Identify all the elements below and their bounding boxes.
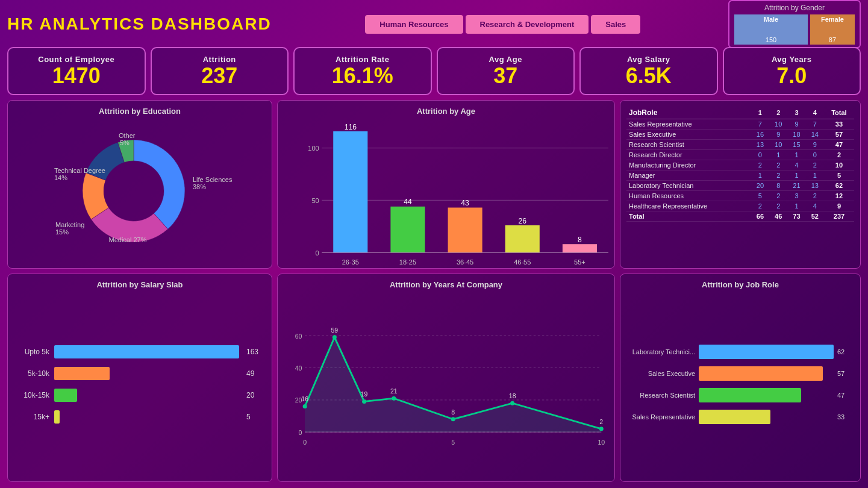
salary-bar-chart: Upto 5k 163 5k-10k 49 10k-15k 20 15k+ 5 [14, 293, 266, 475]
svg-text:60: 60 [295, 333, 302, 340]
gender-bars: Male 150 Female 87 [734, 14, 855, 45]
jobrole-bar-fill-0 [699, 345, 834, 359]
jobrole-table-row: Sales Executive169181457 [626, 130, 854, 140]
jobrole-value-cell: 2 [769, 201, 787, 211]
jobrole-value-cell: 2 [769, 191, 787, 201]
salary-fill-3 [54, 410, 60, 424]
svg-text:8: 8 [451, 408, 455, 416]
salary-label-2: 10k-15k [16, 391, 49, 399]
age-bar [563, 244, 597, 252]
donut-svg: Life Sciences 38% Medical 27% Marketing … [49, 125, 230, 257]
jobrole-value-cell: 15 [787, 140, 805, 150]
kpi-value-1: 237 [201, 64, 237, 88]
jobrole-bar-row-3: Sales Representative 33 [629, 410, 852, 424]
svg-text:50: 50 [311, 197, 319, 204]
attrition-by-gender-panel: Attrition by Gender Male 150 Female 87 [728, 0, 861, 48]
jobrole-value-cell: 10 [769, 119, 787, 130]
kpi-card-1: Attrition237 [151, 47, 289, 95]
salary-value-3: 5 [246, 413, 263, 421]
kpi-card-5: Avg Years7.0 [723, 47, 861, 95]
age-bar-chart-svg: 05010011626-354418-254336-452646-55855+ [302, 119, 608, 268]
svg-text:19: 19 [361, 390, 368, 398]
jobrole-value-cell: 21 [787, 181, 805, 191]
jobrole-value-cell: 1 [751, 170, 769, 181]
jobrole-value-cell: 0 [751, 150, 769, 160]
svg-text:46-55: 46-55 [514, 258, 531, 266]
kpi-card-0: Count of Employee1470 [7, 47, 146, 95]
jobrole-value-cell: 18 [787, 130, 805, 140]
jobrole-bar-panel: Attrition by Job Role Laboratory Technic… [620, 274, 861, 482]
salary-track-1 [54, 367, 239, 380]
years-panel: Attrition by Years At Company 0204060051… [277, 274, 615, 482]
jobrole-bar-row-0: Laboratory Technici... 62 [629, 345, 852, 359]
kpi-row: Count of Employee1470Attrition237Attriti… [7, 47, 861, 95]
jobrole-total-cell: 9 [824, 201, 854, 211]
jobrole-table-row: Healthcare Representative22149 [626, 201, 854, 211]
jobrole-total-cell: 57 [824, 130, 854, 140]
jobrole-bar-track-3 [699, 410, 834, 424]
jobrole-table-row: Laboratory Technician208211362 [626, 181, 854, 191]
jobrole-horizontal-bar-chart: Laboratory Technici... 62 Sales Executiv… [626, 293, 854, 475]
jobrole-value-cell: 1 [787, 201, 805, 211]
jobrole-total-cell: 33 [824, 119, 854, 130]
svg-text:55+: 55+ [574, 258, 585, 266]
dept-hr-button[interactable]: Human Resources [365, 15, 463, 34]
jobrole-bar-fill-3 [699, 410, 770, 424]
salary-track-3 [54, 410, 239, 424]
gender-male-count: 150 [737, 36, 805, 43]
salary-bar-row-2: 10k-15k 20 [16, 389, 263, 402]
salary-value-0: 163 [246, 348, 263, 356]
jobrole-value-cell: 9 [787, 119, 805, 130]
jobrole-total-row: Total66467352237 [626, 211, 854, 222]
jobrole-value-cell: 8 [769, 181, 787, 191]
jobrole-value-cell: 4 [787, 160, 805, 170]
jobrole-total-cell: 47 [824, 140, 854, 150]
department-filters: Human Resources Research & Development S… [285, 15, 721, 34]
jobrole-role-cell: Research Scientist [626, 140, 751, 150]
salary-fill-2 [54, 389, 77, 402]
jobrole-value-cell: 3 [787, 191, 805, 201]
jobrole-total-cell: 12 [824, 191, 854, 201]
dept-sales-button[interactable]: Sales [591, 15, 640, 34]
svg-text:26: 26 [518, 217, 526, 225]
jobrole-table-panel: JobRole1234TotalSales Representative7109… [620, 100, 861, 269]
jobrole-role-cell: Research Director [626, 150, 751, 160]
jobrole-header-col: 3 [787, 107, 805, 119]
gender-female-label: Female [813, 16, 852, 23]
jobrole-role-cell: Human Resources [626, 191, 751, 201]
jobrole-total-cell: 5 [824, 170, 854, 181]
jobrole-value-cell: 16 [751, 130, 769, 140]
charts-row1: Attrition by Education Life Sciences 38%… [7, 100, 861, 269]
dept-rd-button[interactable]: Research & Development [466, 15, 589, 34]
jobrole-total-cell: 62 [824, 181, 854, 191]
jobrole-value-cell: 9 [769, 130, 787, 140]
jobrole-role-cell: Sales Representative [626, 119, 751, 130]
salary-fill-0 [54, 345, 239, 358]
jobrole-table: JobRole1234TotalSales Representative7109… [626, 107, 854, 262]
header-row: HR ANALYTICS DASHBOARD Human Resources R… [7, 6, 861, 42]
svg-text:43: 43 [461, 199, 469, 207]
jobrole-bar-track-1 [699, 366, 834, 381]
svg-text:44: 44 [404, 198, 412, 206]
jobrole-value-cell: 5 [751, 191, 769, 201]
jobrole-bar-value-0: 62 [837, 348, 852, 355]
svg-text:0: 0 [316, 249, 319, 257]
jobrole-table-row: Sales Representative7109733 [626, 119, 854, 130]
years-point [451, 417, 455, 421]
jobrole-bar-label-2: Research Scientist [629, 392, 695, 399]
jobrole-table-row: Human Resources523212 [626, 191, 854, 201]
jobrole-bar-value-2: 47 [837, 392, 852, 399]
jobrole-table-row: Research Director01102 [626, 150, 854, 160]
jobrole-value-cell: 0 [806, 150, 824, 160]
salary-bar-row-3: 15k+ 5 [16, 410, 263, 424]
kpi-value-3: 37 [493, 64, 517, 88]
jobrole-header-role: JobRole [626, 107, 751, 119]
jobrole-role-cell: Healthcare Representative [626, 201, 751, 211]
jobrole-role-cell: Sales Executive [626, 130, 751, 140]
education-chart-title: Attrition by Education [14, 107, 266, 116]
gender-female-bar: Female 87 [810, 14, 855, 45]
years-point [599, 427, 604, 431]
kpi-label-5: Avg Years [772, 55, 812, 64]
dashboard-title: HR ANALYTICS DASHBOARD [7, 14, 272, 34]
svg-text:18: 18 [509, 392, 516, 399]
